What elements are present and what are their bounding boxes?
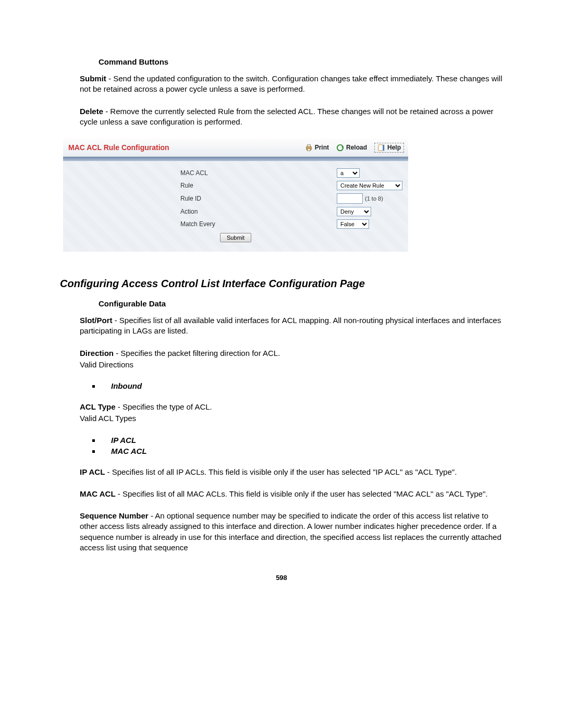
rule-id-input[interactable]: [337, 193, 363, 204]
mac-acl-term: MAC ACL: [80, 489, 116, 498]
action-label: Action: [68, 208, 337, 215]
valid-acl-types: Valid ACL Types: [80, 413, 503, 424]
bullet-ip-acl: IP ACL: [101, 436, 503, 445]
panel-title: MAC ACL Rule Configuration: [68, 143, 305, 152]
svg-rect-5: [378, 144, 383, 150]
rule-id-hint: (1 to 8): [365, 195, 383, 202]
printer-icon: [305, 144, 313, 152]
acl-type-term: ACL Type: [80, 402, 116, 411]
form-area: MAC ACL a Rule Create New Rule Rule ID (…: [63, 161, 408, 252]
slot-port-term: Slot/Port: [80, 316, 113, 325]
rule-id-label: Rule ID: [68, 195, 337, 202]
submit-description: Submit - Send the updated configuration …: [80, 73, 503, 95]
mac-acl-para: MAC ACL - Specifies list of all MAC ACLs…: [80, 489, 503, 499]
page-number: 598: [60, 574, 503, 582]
action-select[interactable]: Deny: [337, 207, 371, 216]
help-button[interactable]: Help: [374, 143, 404, 153]
bullet-inbound: Inbound: [101, 381, 503, 390]
match-every-select[interactable]: False: [337, 219, 369, 229]
reload-icon: [336, 144, 344, 152]
reload-label: Reload: [346, 144, 367, 151]
mac-acl-label: MAC ACL: [68, 169, 337, 177]
slot-port-para: Slot/Port - Specifies list of all availa…: [80, 315, 503, 337]
bullet-mac-acl: MAC ACL: [101, 447, 503, 455]
config-page-heading: Configuring Access Control List Interfac…: [60, 278, 503, 290]
svg-rect-1: [307, 144, 310, 146]
direction-term: Direction: [80, 349, 114, 357]
direction-bullets: Inbound: [91, 381, 503, 390]
mac-acl-select[interactable]: a: [337, 168, 360, 178]
ip-acl-para: IP ACL - Specifies list of all IP ACLs. …: [80, 467, 503, 477]
direction-text: - Specifies the packet filtering directi…: [114, 349, 280, 357]
ip-acl-text: - Specifies list of all IP ACLs. This fi…: [105, 467, 457, 476]
direction-para: Direction - Specifies the packet filteri…: [80, 348, 503, 359]
command-buttons-heading: Command Buttons: [99, 57, 503, 66]
sequence-number-para: Sequence Number - An optional sequence n…: [80, 511, 503, 553]
sequence-number-term: Sequence Number: [80, 511, 149, 520]
ip-acl-term: IP ACL: [80, 467, 105, 476]
delete-text: - Remove the currently selected Rule fro…: [80, 107, 493, 126]
acl-type-text: - Specifies the type of ACL.: [116, 402, 212, 411]
rule-label: Rule: [68, 182, 337, 189]
slot-port-text: - Specifies list of all available valid …: [80, 316, 501, 335]
panel-header: MAC ACL Rule Configuration Print Reload: [63, 139, 408, 157]
print-label: Print: [315, 144, 329, 151]
help-label: Help: [387, 144, 401, 151]
submit-button[interactable]: Submit: [220, 233, 251, 242]
svg-rect-2: [307, 149, 310, 151]
mac-acl-panel: MAC ACL Rule Configuration Print Reload: [63, 139, 408, 252]
svg-rect-6: [383, 144, 384, 150]
valid-directions: Valid Directions: [80, 360, 503, 370]
reload-button[interactable]: Reload: [336, 144, 367, 152]
acl-type-para: ACL Type - Specifies the type of ACL.: [80, 402, 503, 412]
delete-description: Delete - Remove the currently selected R…: [80, 106, 503, 128]
submit-term: Submit: [80, 74, 106, 83]
submit-text: - Send the updated configuration to the …: [80, 74, 502, 93]
match-every-label: Match Every: [68, 220, 337, 228]
configurable-data-heading: Configurable Data: [99, 299, 503, 308]
delete-term: Delete: [80, 107, 103, 116]
print-button[interactable]: Print: [305, 144, 329, 152]
panel-stripe: [63, 157, 408, 161]
help-icon: [377, 144, 385, 152]
rule-select[interactable]: Create New Rule: [337, 181, 402, 190]
acl-type-bullets: IP ACL MAC ACL: [91, 436, 503, 455]
panel-actions: Print Reload Help: [305, 143, 404, 153]
mac-acl-text: - Specifies list of all MAC ACLs. This f…: [116, 489, 488, 498]
